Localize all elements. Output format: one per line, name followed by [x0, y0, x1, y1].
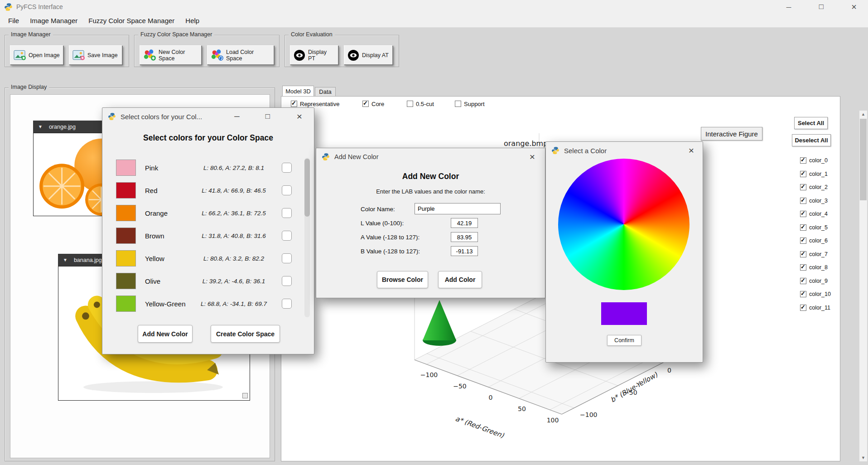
- select-colors-dialog-titlebar[interactable]: Select colors for your Col...: [102, 108, 314, 125]
- dialog-minimize-button[interactable]: ─: [230, 110, 244, 123]
- menu-item-fuzzy-color-space-manager[interactable]: Fuzzy Color Space Manager: [83, 14, 180, 27]
- new-color-space-button[interactable]: New Color Space: [140, 45, 202, 65]
- select-colors-dialog-title: Select colors for your Col...: [121, 113, 202, 121]
- app-window: { "window": {"title": "PyFCS Interface",…: [0, 0, 868, 465]
- maximize-button[interactable]: □: [811, 0, 832, 14]
- select-a-color-dialog-title: Select a Color: [564, 147, 607, 155]
- l-value-input[interactable]: [451, 218, 478, 228]
- menu-item-file[interactable]: File: [3, 14, 24, 27]
- color-swatch: [116, 228, 136, 244]
- color-item-checkbox[interactable]: ✓: [800, 198, 806, 204]
- selected-color-swatch: [601, 302, 647, 325]
- color-item-checkbox[interactable]: ✓: [800, 291, 806, 297]
- b-tick: −100: [580, 411, 597, 418]
- color-item-checkbox[interactable]: ✓: [800, 237, 806, 244]
- minimize-button[interactable]: ─: [778, 0, 799, 14]
- color-swatch: [116, 273, 136, 289]
- a-value-label: A Value (-128 to 127):: [361, 234, 420, 241]
- open-image-button[interactable]: Open Image: [10, 45, 63, 65]
- right-scrollbar[interactable]: ▲ ▼: [859, 111, 867, 461]
- color-name: Yellow: [145, 255, 186, 262]
- dialog-close-button[interactable]: ×: [685, 144, 698, 157]
- color-item-label: color_5: [809, 224, 828, 231]
- add-new-color-dialog-titlebar[interactable]: Add New Color: [316, 148, 545, 165]
- open-image-icon: [14, 50, 26, 61]
- tab-model-3d[interactable]: Model 3D: [282, 86, 314, 97]
- banana-image-filename: banana.jpg: [74, 257, 102, 263]
- load-color-space-icon: [211, 49, 223, 61]
- color-list-scrollbar[interactable]: [304, 158, 310, 317]
- deselect-all-button[interactable]: Deselect All: [792, 134, 831, 146]
- menu-bar: File Image Manager Fuzzy Color Space Man…: [0, 14, 868, 28]
- color-item-checkbox[interactable]: ✓: [800, 171, 806, 177]
- color-name-input[interactable]: [415, 203, 501, 214]
- collapse-icon[interactable]: ▼: [63, 257, 68, 262]
- color-item-label: color_1: [809, 171, 828, 177]
- color-row: Olive L: 39.2, A: -4.6, B: 36.1: [116, 270, 306, 292]
- color-swatch: [116, 295, 136, 312]
- b-value-label: B Value (-128 to 127):: [361, 248, 420, 255]
- select-a-color-dialog-titlebar[interactable]: Select a Color: [546, 142, 703, 159]
- fuzzy-cone: [423, 300, 456, 340]
- color-name: Olive: [145, 277, 186, 285]
- menu-item-help[interactable]: Help: [180, 14, 205, 27]
- a-value-input[interactable]: [451, 232, 478, 242]
- l-value-label: L Value (0-100):: [361, 220, 404, 227]
- save-image-button[interactable]: Save Image: [69, 45, 122, 65]
- python-logo-icon: [551, 146, 559, 155]
- color-select-checkbox[interactable]: [282, 163, 292, 173]
- color-swatch: [116, 160, 136, 176]
- dialog-close-button[interactable]: ×: [526, 150, 539, 164]
- a-tick: −100: [420, 371, 438, 378]
- new-color-space-icon: [143, 49, 156, 61]
- color-item-checkbox[interactable]: ✓: [800, 264, 806, 271]
- color-item-label: color_10: [809, 291, 831, 297]
- load-color-space-button[interactable]: Load Color Space: [207, 45, 274, 65]
- orange-image-filename: orange.jpg: [49, 124, 76, 130]
- collapse-icon[interactable]: ▼: [38, 124, 43, 129]
- color-select-checkbox[interactable]: [282, 231, 292, 241]
- color-item-checkbox[interactable]: ✓: [800, 211, 806, 217]
- dialog-maximize-button[interactable]: □: [261, 110, 275, 123]
- color-wheel[interactable]: [558, 159, 690, 290]
- select-all-button[interactable]: Select All: [794, 117, 828, 129]
- scroll-down-icon[interactable]: ▼: [859, 454, 867, 461]
- display-pt-button[interactable]: Display PT: [290, 45, 338, 65]
- color-select-checkbox[interactable]: [282, 185, 292, 195]
- resize-handle[interactable]: [242, 393, 248, 398]
- color-select-checkbox[interactable]: [282, 299, 292, 309]
- open-image-label: Open Image: [29, 52, 60, 58]
- color-item-checkbox[interactable]: ✓: [800, 305, 806, 311]
- color-select-checkbox[interactable]: [282, 276, 292, 286]
- confirm-button[interactable]: Confirm: [607, 335, 641, 346]
- title-bar[interactable]: PyFCS Interface: [0, 0, 868, 14]
- display-at-button[interactable]: Display AT: [344, 45, 393, 65]
- close-button[interactable]: ×: [844, 0, 864, 14]
- add-new-color-button[interactable]: Add New Color: [138, 325, 193, 343]
- color-select-checkbox[interactable]: [282, 208, 292, 218]
- color-item-label: color_9: [809, 278, 828, 284]
- color-item-checkbox[interactable]: ✓: [800, 157, 806, 164]
- menu-item-image-manager[interactable]: Image Manager: [24, 14, 83, 27]
- color-row: Yellow-Green L: 68.8, A: -34.1, B: 69.7: [116, 292, 306, 315]
- scrollbar-thumb[interactable]: [860, 119, 867, 200]
- create-color-space-button[interactable]: Create Color Space: [211, 325, 280, 343]
- color-item-checkbox[interactable]: ✓: [800, 224, 806, 231]
- add-new-color-dialog-title: Add New Color: [334, 153, 379, 160]
- color-item-checkbox[interactable]: ✓: [800, 251, 806, 257]
- color-item-checkbox[interactable]: ✓: [800, 184, 806, 190]
- tab-data[interactable]: Data: [315, 87, 336, 97]
- a-tick: 100: [547, 417, 559, 424]
- b-value-input[interactable]: [451, 246, 478, 256]
- scrollbar-thumb[interactable]: [304, 159, 310, 217]
- dialog-close-button[interactable]: ×: [293, 110, 306, 123]
- color-item-checkbox[interactable]: ✓: [800, 278, 806, 284]
- color-lab-values: L: 39.2, A: -4.6, B: 36.1: [186, 278, 282, 285]
- a-axis-label: a* (Red-Green): [454, 415, 506, 440]
- scroll-up-icon[interactable]: ▲: [859, 111, 867, 118]
- interactive-figure-button[interactable]: Interactive Figure: [701, 127, 762, 140]
- add-color-button[interactable]: Add Color: [438, 271, 482, 288]
- color-lab-values: L: 41.8, A: 66.9, B: 46.5: [186, 187, 282, 194]
- browse-color-button[interactable]: Browse Color: [377, 271, 428, 288]
- color-select-checkbox[interactable]: [282, 253, 292, 263]
